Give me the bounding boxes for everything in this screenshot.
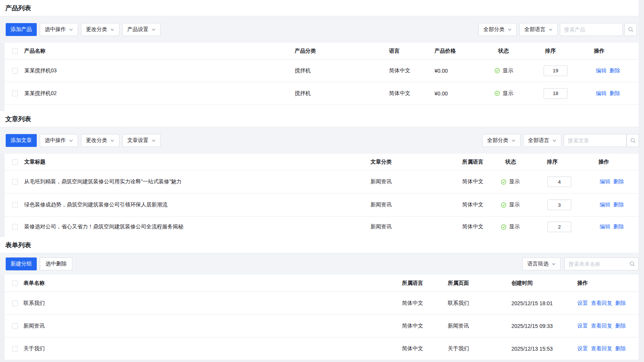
product-select-all-checkbox[interactable] xyxy=(12,48,18,54)
add-product-button[interactable]: 添加产品 xyxy=(6,23,37,36)
product-header-language: 语言 xyxy=(389,48,400,55)
check-circle-icon xyxy=(494,68,500,73)
form-select-all-checkbox[interactable] xyxy=(12,280,18,286)
chevron-down-icon xyxy=(110,28,114,32)
product-table-header: 产品名称 产品分类 语言 产品价格 状态 排序 操作 xyxy=(5,43,639,59)
row-checkbox[interactable] xyxy=(12,179,18,185)
status-label: 显示 xyxy=(509,223,520,230)
article-language-filter-dropdown[interactable]: 全部语言 xyxy=(523,134,561,147)
settings-link[interactable]: 设置 xyxy=(577,300,588,307)
delete-link[interactable]: 删除 xyxy=(615,345,626,352)
product-header-status: 状态 xyxy=(498,48,509,55)
new-group-button[interactable]: 新建分组 xyxy=(6,257,37,270)
add-article-button[interactable]: 添加文章 xyxy=(6,134,37,147)
edit-link[interactable]: 编辑 xyxy=(600,178,610,185)
article-category-filter-dropdown[interactable]: 全部分类 xyxy=(482,134,521,147)
product-search-input[interactable] xyxy=(560,23,623,36)
product-category-filter-dropdown[interactable]: 全部分类 xyxy=(478,23,517,36)
sort-input[interactable] xyxy=(547,222,571,232)
chevron-down-icon xyxy=(110,139,114,143)
product-language-filter-dropdown[interactable]: 全部语言 xyxy=(519,23,558,36)
form-search-input[interactable] xyxy=(564,257,639,270)
row-checkbox[interactable] xyxy=(12,323,18,329)
form-title-bar: 表单列表 xyxy=(0,237,639,253)
product-name: 某某搅拌机03 xyxy=(24,67,57,74)
edit-link[interactable]: 编辑 xyxy=(596,67,606,74)
delete-link[interactable]: 删除 xyxy=(610,90,620,97)
form-table: 表单名称 所属语言 所属页面 创建时间 操作 联系我们 简体中文 联系我们 20… xyxy=(5,275,639,360)
chevron-down-icon xyxy=(152,139,156,143)
settings-link[interactable]: 设置 xyxy=(577,323,588,329)
article-bulk-action-label: 选中操作 xyxy=(45,137,66,144)
form-row: 关于我们 简体中文 关于我们 2025/12/13 15:53 设置 查看回复 … xyxy=(5,337,639,360)
product-bulk-action-dropdown[interactable]: 选中操作 xyxy=(40,23,78,36)
article-settings-label: 文章设置 xyxy=(127,137,148,144)
product-row: 某某搅拌机03 搅拌机 简体中文 ¥0.00 显示 编辑 删除 xyxy=(5,59,639,82)
article-settings-dropdown[interactable]: 文章设置 xyxy=(122,134,161,147)
article-search-input[interactable] xyxy=(564,134,627,147)
status-label: 显示 xyxy=(503,67,513,74)
article-change-category-dropdown[interactable]: 更改分类 xyxy=(81,134,119,147)
form-language: 简体中文 xyxy=(402,345,423,352)
view-replies-link[interactable]: 查看回复 xyxy=(591,345,612,352)
article-bulk-action-dropdown[interactable]: 选中操作 xyxy=(40,134,78,147)
form-name: 联系我们 xyxy=(23,300,45,307)
status-badge: 显示 xyxy=(494,67,513,74)
product-change-category-dropdown[interactable]: 更改分类 xyxy=(81,23,119,36)
sort-input[interactable] xyxy=(547,200,571,210)
form-created-time: 2025/12/15 09:33 xyxy=(511,323,553,329)
settings-link[interactable]: 设置 xyxy=(577,345,588,352)
article-search-button[interactable] xyxy=(627,134,639,147)
form-search-box xyxy=(564,257,639,270)
sort-input[interactable] xyxy=(544,88,567,99)
article-header-title: 文章标题 xyxy=(24,159,45,165)
product-language-filter-label: 全部语言 xyxy=(524,26,546,33)
row-checkbox[interactable] xyxy=(12,202,18,208)
status-label: 显示 xyxy=(509,201,520,208)
delete-link[interactable]: 删除 xyxy=(613,178,624,185)
row-checkbox[interactable] xyxy=(12,68,18,73)
article-row: 装修选对公司，省心又省力！鼎筑空间建筑装修公司全流程服务揭秘 新闻资讯 简体中文… xyxy=(5,217,639,237)
status-badge: 显示 xyxy=(501,223,520,230)
check-circle-icon xyxy=(501,179,506,185)
view-replies-link[interactable]: 查看回复 xyxy=(591,323,612,329)
row-actions: 设置 查看回复 删除 xyxy=(577,345,626,352)
delete-link[interactable]: 删除 xyxy=(610,67,620,74)
article-select-all-checkbox[interactable] xyxy=(12,159,18,165)
form-header-actions: 操作 xyxy=(577,280,588,287)
edit-link[interactable]: 编辑 xyxy=(596,90,606,97)
article-table-header: 文章标题 文章分类 所属语言 状态 排序 操作 xyxy=(5,154,639,170)
product-settings-dropdown[interactable]: 产品设置 xyxy=(122,23,161,36)
product-header-name: 产品名称 xyxy=(24,48,45,55)
row-checkbox[interactable] xyxy=(12,90,18,96)
row-checkbox[interactable] xyxy=(12,346,18,351)
product-search-button[interactable] xyxy=(624,23,637,36)
product-category: 搅拌机 xyxy=(295,67,311,74)
row-checkbox[interactable] xyxy=(12,224,18,230)
form-header-language: 所属语言 xyxy=(402,280,423,287)
form-row: 新闻资讯 简体中文 新闻资讯 2025/12/15 09:33 设置 查看回复 … xyxy=(5,315,639,337)
delete-link[interactable]: 删除 xyxy=(615,300,626,307)
delete-selected-button[interactable]: 选中删除 xyxy=(40,257,72,270)
status-label: 显示 xyxy=(509,178,520,185)
search-icon[interactable] xyxy=(629,261,635,267)
sort-input[interactable] xyxy=(544,66,567,76)
delete-link[interactable]: 删除 xyxy=(613,223,624,230)
form-page: 联系我们 xyxy=(448,300,469,307)
view-replies-link[interactable]: 查看回复 xyxy=(591,300,612,307)
edit-link[interactable]: 编辑 xyxy=(600,223,610,230)
row-checkbox[interactable] xyxy=(12,300,18,306)
delete-link[interactable]: 删除 xyxy=(615,323,626,329)
form-section: 表单列表 新建分组 选中删除 语言筛选 表单名称 所属语言 所属页面 创建 xyxy=(0,237,639,360)
check-circle-icon xyxy=(501,224,506,230)
row-actions: 编辑 删除 xyxy=(600,178,624,185)
form-language-filter-dropdown[interactable]: 语言筛选 xyxy=(522,257,561,270)
delete-link[interactable]: 删除 xyxy=(613,201,624,208)
article-title-bar: 文章列表 xyxy=(0,111,639,127)
article-table: 文章标题 文章分类 所属语言 状态 排序 操作 从毛坯到精装，鼎筑空间建筑装修公… xyxy=(5,154,639,237)
sort-input[interactable] xyxy=(547,176,571,187)
form-toolbar-left: 新建分组 选中删除 xyxy=(6,257,72,270)
product-bulk-action-label: 选中操作 xyxy=(45,26,66,33)
product-change-category-label: 更改分类 xyxy=(86,26,107,33)
edit-link[interactable]: 编辑 xyxy=(600,201,610,208)
